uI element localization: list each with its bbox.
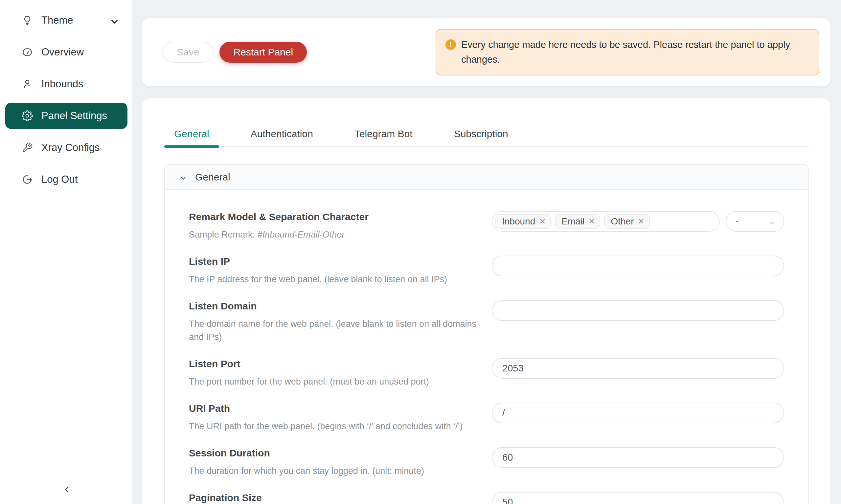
field-label: Remark Model & Separation Character: [189, 211, 480, 223]
tab-telegram-bot[interactable]: Telegram Bot: [345, 121, 423, 146]
field-description: The IP address for the web panel. (leave…: [189, 273, 480, 286]
sample-remark-value: #Inbound-Email-Other: [258, 230, 345, 239]
chevron-down-icon: [109, 16, 118, 24]
sample-remark-prefix: Sample Remark:: [189, 230, 258, 239]
field-description: The domain name for the web panel. (leav…: [189, 317, 480, 344]
user-icon: [22, 78, 33, 90]
sidebar-item-theme[interactable]: Theme: [5, 7, 127, 34]
settings-card: General Authentication Telegram Bot Subs…: [142, 98, 830, 504]
sidebar: Theme Overview Inbounds Panel Settings X…: [0, 0, 132, 504]
tab-authentication[interactable]: Authentication: [241, 121, 323, 146]
sidebar-item-label: Panel Settings: [41, 110, 107, 122]
field-label: Listen IP: [189, 256, 480, 267]
row-remark-model: Remark Model & Separation Character Samp…: [189, 211, 784, 241]
row-listen-domain: Listen Domain The domain name for the we…: [189, 300, 784, 344]
field-description: The port number for the web panel. (must…: [189, 375, 480, 388]
sidebar-item-label: Overview: [41, 46, 84, 58]
lightbulb-icon: [22, 15, 33, 26]
warning-alert: ! Every change made here needs to be sav…: [435, 29, 819, 75]
tag-remove-icon[interactable]: ✕: [539, 218, 546, 226]
sidebar-item-overview[interactable]: Overview: [5, 39, 127, 65]
panel-title: General: [195, 172, 230, 183]
field-label: Pagination Size: [189, 492, 480, 504]
tag-label: Email: [562, 216, 584, 227]
field-description: The duration for which you can stay logg…: [189, 464, 480, 478]
tag-other: Other ✕: [604, 214, 650, 229]
dashboard-icon: [22, 47, 33, 58]
general-collapse-panel: General Remark Model & Separation Charac…: [164, 164, 809, 504]
remark-model-tags-input[interactable]: Inbound ✕ Email ✕ Other ✕: [492, 211, 720, 232]
tag-label: Other: [611, 216, 634, 227]
row-pagination-size: Pagination Size: [189, 492, 784, 504]
gear-icon: [22, 110, 33, 121]
tab-general[interactable]: General: [164, 121, 219, 146]
listen-ip-input[interactable]: [492, 256, 784, 276]
sidebar-item-label: Xray Configs: [41, 142, 100, 154]
sidebar-item-log-out[interactable]: Log Out: [5, 166, 127, 193]
tag-remove-icon[interactable]: ✕: [638, 218, 644, 226]
tab-subscription[interactable]: Subscription: [444, 121, 518, 146]
sidebar-item-label: Theme: [41, 15, 73, 26]
sidebar-collapse-button[interactable]: [58, 481, 76, 499]
chevron-down-icon: [768, 218, 776, 225]
general-form: Remark Model & Separation Character Samp…: [165, 190, 808, 504]
uri-path-input[interactable]: [492, 402, 784, 423]
sidebar-item-panel-settings[interactable]: Panel Settings: [5, 103, 127, 129]
field-label: Session Duration: [189, 447, 480, 459]
row-listen-ip: Listen IP The IP address for the web pan…: [189, 256, 784, 286]
pagination-size-input[interactable]: [492, 492, 784, 504]
main-content: Save Restart Panel ! Every change made h…: [132, 0, 841, 504]
tabs-bar: General Authentication Telegram Bot Subs…: [164, 121, 809, 147]
listen-port-input[interactable]: [492, 358, 784, 379]
row-listen-port: Listen Port The port number for the web …: [189, 358, 784, 388]
toolbar-card: Save Restart Panel ! Every change made h…: [142, 18, 830, 86]
sidebar-item-inbounds[interactable]: Inbounds: [5, 71, 127, 97]
sidebar-item-xray-configs[interactable]: Xray Configs: [5, 134, 127, 161]
tag-label: Inbound: [502, 216, 535, 227]
listen-domain-input[interactable]: [492, 300, 784, 321]
field-description: Sample Remark: #Inbound-Email-Other: [189, 228, 480, 241]
row-session-duration: Session Duration The duration for which …: [189, 447, 784, 478]
field-label: Listen Domain: [189, 300, 480, 312]
separator-value: -: [736, 216, 739, 227]
warning-icon: !: [445, 39, 456, 50]
separator-select[interactable]: -: [726, 211, 784, 232]
sidebar-item-label: Log Out: [41, 174, 78, 185]
row-uri-path: URI Path The URI path for the web panel.…: [189, 402, 784, 433]
tag-inbound: Inbound ✕: [495, 214, 551, 229]
tag-remove-icon[interactable]: ✕: [588, 218, 595, 226]
collapse-header-general[interactable]: General: [165, 165, 808, 190]
restart-panel-button[interactable]: Restart Panel: [220, 42, 307, 63]
field-description: The URI path for the web panel. (begins …: [189, 420, 480, 433]
save-button[interactable]: Save: [162, 42, 213, 63]
warning-message: Every change made here needs to be saved…: [461, 37, 791, 67]
tag-email: Email ✕: [555, 214, 600, 229]
field-label: URI Path: [189, 402, 480, 414]
wrench-icon: [22, 142, 33, 153]
sidebar-item-label: Inbounds: [41, 78, 83, 90]
logout-icon: [22, 174, 33, 185]
chevron-left-icon: [62, 485, 72, 496]
field-label: Listen Port: [189, 358, 480, 370]
chevron-down-icon: [179, 173, 187, 181]
session-duration-input[interactable]: [492, 447, 784, 468]
